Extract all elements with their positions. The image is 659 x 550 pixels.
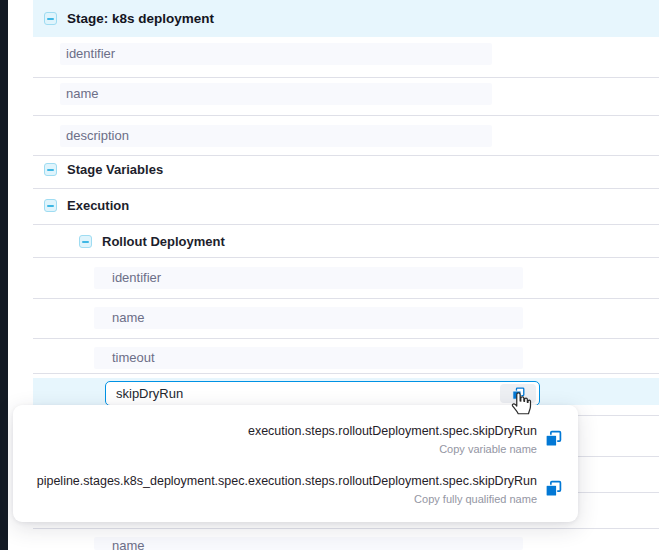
divider: [33, 188, 659, 189]
variables-panel: Stage: k8s deployment identifier name de…: [0, 0, 659, 550]
variable-cell-name[interactable]: name: [60, 83, 492, 105]
copy-icon[interactable]: [545, 480, 562, 497]
variable-expression: execution.steps.rolloutDeployment.spec.s…: [248, 423, 537, 439]
variable-label: identifier: [94, 267, 523, 289]
divider: [33, 77, 659, 78]
group-row-execution[interactable]: Execution: [44, 196, 129, 215]
collapse-icon[interactable]: [44, 199, 57, 212]
option-caption: Copy variable name: [439, 443, 537, 455]
divider: [33, 528, 659, 529]
variable-label: name: [60, 83, 492, 105]
collapse-icon[interactable]: [44, 163, 57, 176]
variable-cell-step-name[interactable]: name: [94, 307, 523, 329]
collapse-icon[interactable]: [44, 12, 57, 25]
divider: [33, 224, 659, 225]
group-label: Execution: [67, 198, 129, 213]
group-label: Stage Variables: [67, 162, 163, 177]
collapse-icon[interactable]: [79, 235, 92, 248]
copy-button[interactable]: [500, 384, 536, 403]
step-row-rollout-deployment[interactable]: Rollout Deployment: [79, 232, 225, 251]
variable-label: name: [94, 537, 523, 550]
variable-name-input[interactable]: skipDryRun: [105, 381, 540, 406]
variable-cell-step-identifier[interactable]: identifier: [94, 267, 523, 289]
divider: [33, 298, 659, 299]
divider: [33, 373, 659, 374]
copy-icon[interactable]: [545, 430, 562, 447]
variable-label: name: [94, 307, 523, 329]
variable-cell-next-name[interactable]: name: [94, 537, 523, 550]
input-value: skipDryRun: [116, 386, 183, 401]
variable-label: timeout: [94, 347, 523, 369]
variable-cell-step-timeout[interactable]: timeout: [94, 347, 523, 369]
group-row-stage-variables[interactable]: Stage Variables: [44, 160, 163, 179]
copy-options-popup: execution.steps.rolloutDeployment.spec.s…: [13, 405, 578, 522]
divider: [33, 155, 659, 156]
sidebar-edge: [0, 0, 8, 550]
copy-variable-name-option[interactable]: execution.steps.rolloutDeployment.spec.s…: [13, 417, 578, 461]
step-label: Rollout Deployment: [102, 234, 225, 249]
variable-fqn-expression: pipeline.stages.k8s_deployment.spec.exec…: [37, 473, 537, 489]
stage-header-row[interactable]: Stage: k8s deployment: [33, 0, 659, 37]
variable-cell-identifier[interactable]: identifier: [60, 43, 492, 65]
stage-title: Stage: k8s deployment: [67, 11, 214, 26]
variable-label: description: [60, 125, 492, 147]
variable-label: identifier: [60, 43, 492, 65]
copy-icon: [512, 387, 525, 400]
divider: [33, 115, 659, 116]
divider: [33, 257, 659, 258]
copy-fqn-option[interactable]: pipeline.stages.k8s_deployment.spec.exec…: [13, 467, 578, 511]
variable-cell-description[interactable]: description: [60, 125, 492, 147]
option-caption: Copy fully qualified name: [414, 493, 537, 505]
divider: [33, 338, 659, 339]
